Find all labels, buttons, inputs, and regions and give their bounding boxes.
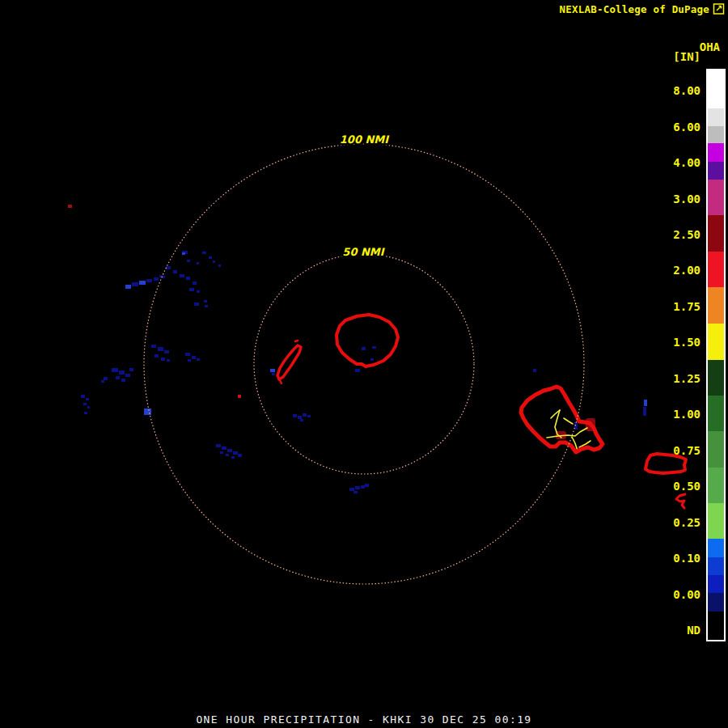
precip-echo (144, 408, 151, 415)
precip-echo (132, 282, 138, 286)
precip-echo (87, 406, 90, 408)
precip-echo (112, 368, 118, 372)
precip-echo (154, 354, 159, 358)
precip-echo (643, 407, 646, 416)
precip-echo (139, 281, 146, 285)
precip-echo (164, 350, 169, 353)
precip-echo (166, 266, 171, 269)
precip-echo (293, 414, 297, 417)
precip-echo (197, 358, 200, 361)
precip-echo (238, 454, 242, 457)
precip-echo (81, 395, 85, 398)
precip-echo (227, 449, 232, 452)
precip-echo (353, 491, 358, 493)
precip-echo (355, 369, 360, 372)
precip-echo (533, 369, 536, 372)
island-outline-kauai (336, 315, 398, 366)
precip-echo (121, 379, 125, 382)
precip-echo (307, 415, 311, 417)
precip-echo (220, 451, 223, 454)
precip-echo (173, 270, 177, 273)
precip-echo (209, 256, 212, 259)
precip-echo (298, 416, 302, 419)
precip-echo (186, 277, 190, 280)
precip-echo (365, 484, 369, 487)
precip-echo (233, 451, 238, 455)
range-ring-label-50-nmi: 50 NMI (342, 246, 385, 258)
island-outline-niihau (277, 345, 301, 379)
precip-echo (222, 447, 226, 450)
island-outline-lanai-partial (676, 494, 685, 508)
precip-echo (197, 290, 200, 293)
precip-echo (300, 419, 303, 421)
oahu-hwy-h1 (547, 428, 587, 438)
precip-echo (238, 395, 241, 398)
precip-echo (226, 454, 229, 456)
radar-canvas: 100 NMI50 NMI (0, 0, 728, 728)
precip-echo (303, 413, 307, 417)
precip-echo (216, 444, 221, 447)
precip-echo (84, 412, 87, 414)
precip-echo (213, 260, 215, 263)
precip-echo (180, 274, 184, 277)
precip-echo (116, 376, 120, 379)
precip-echo (197, 262, 199, 265)
precip-echo (370, 358, 374, 361)
precip-echo (189, 288, 194, 291)
precip-echo (218, 265, 221, 267)
precip-echo (151, 345, 156, 348)
precip-echo (202, 252, 206, 254)
precip-echo (372, 346, 376, 349)
precip-echo (158, 347, 163, 351)
precip-echo (192, 356, 196, 359)
precip-echo (188, 359, 191, 362)
range-ring-label-100-nmi: 100 NMI (340, 133, 390, 146)
precip-echo (644, 400, 647, 406)
precip-echo (83, 403, 87, 405)
precip-echo (129, 368, 133, 371)
precip-echo (125, 285, 131, 289)
precip-echo (86, 398, 89, 400)
precip-echo (125, 374, 130, 377)
precip-echo (349, 488, 354, 491)
precip-echo (361, 485, 365, 489)
precip-echo (355, 486, 360, 489)
precip-echo (231, 456, 235, 459)
radar-viewer-screen: NEXLAB-College of DuPage OHA [IN] 8.006.… (0, 0, 728, 728)
precip-echo (204, 300, 207, 303)
precip-echo (272, 373, 275, 375)
precip-echo (182, 252, 185, 255)
precip-echo (119, 370, 125, 375)
precip-echo (193, 281, 197, 285)
precip-echo (146, 279, 152, 282)
precip-echo (362, 347, 366, 350)
precip-echo (104, 377, 108, 380)
precip-echo (194, 303, 199, 306)
island-outline-molokai-partial (645, 454, 686, 473)
precip-echo (270, 369, 275, 372)
precip-echo (161, 358, 165, 361)
precip-echo (167, 359, 170, 362)
island-outline-niihau-dot (295, 341, 298, 341)
precip-echo (185, 353, 190, 356)
precip-echo (68, 205, 72, 208)
precip-echo (205, 305, 208, 307)
precip-echo (154, 277, 159, 281)
oahu-hwy-h3 (564, 418, 573, 424)
precip-echo (101, 380, 104, 383)
precip-echo (187, 260, 190, 262)
product-caption: ONE HOUR PRECIPITATION - KHKI 30 DEC 25 … (0, 713, 728, 726)
